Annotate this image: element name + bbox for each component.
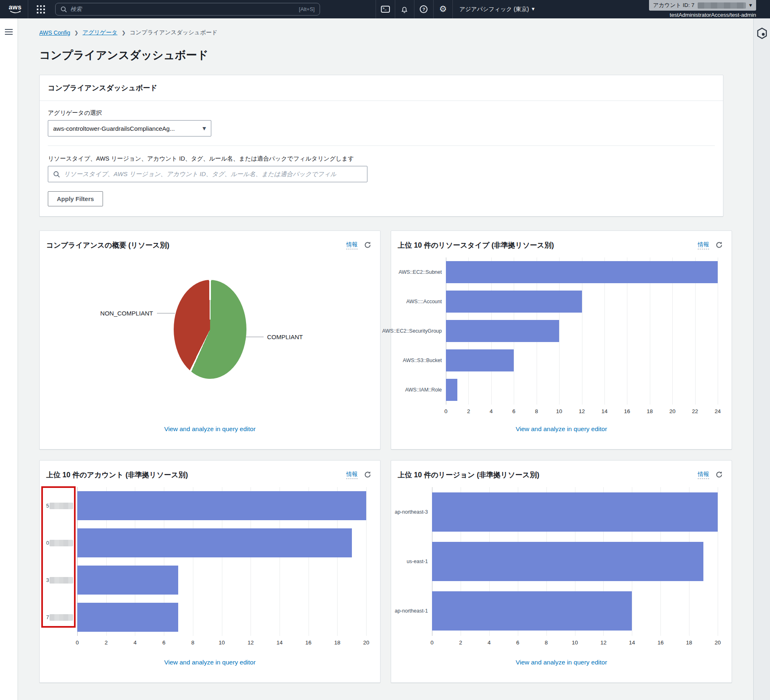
axis-tick-label: 16 (624, 408, 630, 414)
bar[interactable] (446, 291, 582, 313)
axis-tick-label: 14 (276, 640, 282, 646)
axis-tick-label: 6 (512, 408, 515, 414)
gridline (366, 487, 367, 636)
bar[interactable] (77, 603, 178, 631)
apply-filters-button[interactable]: Apply Filters (48, 191, 103, 206)
chart-title: 上位 10 件のリソースタイプ (非準拠リソース別) (398, 240, 554, 250)
axis-tick-label: 6 (516, 640, 519, 646)
category-label: AWS::::Account (398, 287, 446, 316)
axis-tick-label: 20 (714, 640, 721, 646)
breadcrumb-separator: ❯ (121, 30, 125, 36)
aggregator-select[interactable]: aws-controltower-GuardrailsComplianceAg.… (48, 120, 211, 136)
account-id-label: アカウント ID: 7 (653, 2, 694, 9)
query-editor-link[interactable]: View and analyze in query editor (391, 420, 732, 449)
bar[interactable] (446, 320, 559, 342)
breadcrumb-current: コンプライアンスダッシュボード (130, 29, 218, 36)
axis-tick-label: 22 (692, 408, 698, 414)
axis-tick-label: 8 (545, 640, 548, 646)
chart-title: 上位 10 件のリージョン (非準拠リソース別) (398, 470, 539, 480)
nav-divider (28, 0, 28, 18)
bar[interactable] (432, 542, 703, 581)
query-editor-link[interactable]: View and analyze in query editor (40, 654, 380, 682)
axis-tick-label: 12 (248, 640, 254, 646)
bar[interactable] (446, 349, 514, 371)
axis-tick-label: 0 (430, 640, 434, 646)
bar[interactable] (77, 566, 178, 594)
refresh-icon[interactable] (363, 240, 373, 250)
refresh-icon[interactable] (363, 470, 373, 480)
bar-chart-accounts: 503702468101214161820 (40, 480, 380, 654)
chevron-down-icon: ▼ (203, 126, 206, 131)
axis-tick-label: 2 (105, 640, 108, 646)
account-id-redacted (698, 2, 746, 9)
refresh-icon[interactable] (714, 470, 724, 480)
info-link[interactable]: 情報 (698, 241, 709, 249)
main-content: AWS Config ❯ アグリゲータ ❯ コンプライアンスダッシュボード コン… (18, 18, 753, 700)
apps-grid-icon[interactable] (34, 2, 48, 16)
refresh-icon[interactable] (714, 240, 724, 250)
filter-input[interactable]: リソースタイプ、AWS リージョン、アカウント ID、タグ、ルール名、または適合… (48, 166, 367, 182)
query-editor-link[interactable]: View and analyze in query editor (391, 654, 732, 682)
bar-chart-regions: ap-northeast-3us-east-1ap-northeast-1024… (391, 480, 732, 654)
bar[interactable] (77, 528, 352, 557)
axis-tick-label: 14 (601, 408, 607, 414)
axis-tick-label: 4 (134, 640, 137, 646)
chevron-down-icon: ▼ (532, 7, 535, 11)
aws-console-page: aws 検索 [Alt+S] (0, 0, 770, 700)
divider (48, 145, 715, 146)
axis-tick-label: 18 (334, 640, 340, 646)
cloudshell-icon[interactable] (376, 0, 395, 18)
bar[interactable] (446, 261, 718, 283)
chart-title: コンプライアンスの概要 (リソース別) (46, 240, 169, 250)
search-icon (60, 6, 67, 13)
chevron-down-icon: ▼ (749, 4, 752, 7)
axis-tick-label: 18 (647, 408, 653, 414)
axis-tick-label: 6 (162, 640, 166, 646)
query-editor-link[interactable]: View and analyze in query editor (40, 420, 380, 449)
help-icon[interactable]: ? (414, 0, 433, 18)
axis-tick-label: 2 (459, 640, 462, 646)
axis-tick-label: 24 (714, 408, 721, 414)
search-input[interactable]: 検索 [Alt+S] (55, 3, 320, 16)
pie-slice-label: NON_COMPLIANT (100, 310, 153, 317)
aws-logo[interactable]: aws (6, 4, 25, 14)
axis-tick-label: 12 (600, 640, 607, 646)
axis-tick-label: 8 (191, 640, 195, 646)
left-nav-rail (0, 18, 18, 700)
info-link[interactable]: 情報 (698, 471, 709, 479)
filter-card: コンプライアンスダッシュボード アグリゲータの選択 aws-controltow… (39, 75, 723, 217)
bar[interactable] (432, 591, 632, 631)
bar[interactable] (446, 379, 457, 401)
breadcrumb-aggregator[interactable]: アグリゲータ (83, 29, 118, 36)
aws-logo-text: aws (9, 4, 22, 10)
filter-card-title: コンプライアンスダッシュボード (48, 83, 715, 93)
axis-tick-label: 2 (467, 408, 470, 414)
account-area: アカウント ID: 7 ▼ testAdministratorAccess/te… (649, 0, 756, 18)
axis-tick-label: 0 (444, 408, 448, 414)
breadcrumb-aws-config[interactable]: AWS Config (39, 29, 70, 36)
region-selector[interactable]: アジアパシフィック (東京) ▼ (453, 0, 541, 18)
axis-tick-label: 12 (579, 408, 585, 414)
filter-field-label: リソースタイプ、AWS リージョン、アカウント ID、タグ、ルール名、または適合… (48, 155, 715, 163)
bar[interactable] (77, 491, 366, 520)
notifications-bell-icon[interactable] (395, 0, 414, 18)
info-link[interactable]: 情報 (346, 471, 358, 479)
aws-smile-icon (9, 10, 21, 14)
amazon-q-icon[interactable] (757, 27, 768, 40)
pie-graphic[interactable] (174, 280, 246, 379)
filter-input-placeholder: リソースタイプ、AWS リージョン、アカウント ID、タグ、ルール名、または適合… (64, 170, 336, 178)
settings-gear-icon[interactable]: ⚙ (434, 0, 452, 18)
region-label: アジアパシフィック (東京) (459, 6, 529, 13)
bar[interactable] (432, 492, 718, 532)
right-tools-rail (753, 18, 770, 700)
category-label: AWS::IAM::Role (398, 375, 446, 405)
pie-chart: NON_COMPLIANTCOMPLIANT (40, 250, 380, 420)
menu-icon[interactable] (5, 29, 13, 35)
axis-tick-label: 18 (686, 640, 692, 646)
breadcrumb-separator: ❯ (74, 30, 78, 36)
search-icon (53, 171, 60, 178)
redaction-box (41, 486, 76, 628)
top-regions-card: 上位 10 件のリージョン (非準拠リソース別) 情報 ap-northeast… (391, 460, 732, 683)
info-link[interactable]: 情報 (346, 241, 358, 249)
account-menu[interactable]: アカウント ID: 7 ▼ (649, 0, 756, 11)
